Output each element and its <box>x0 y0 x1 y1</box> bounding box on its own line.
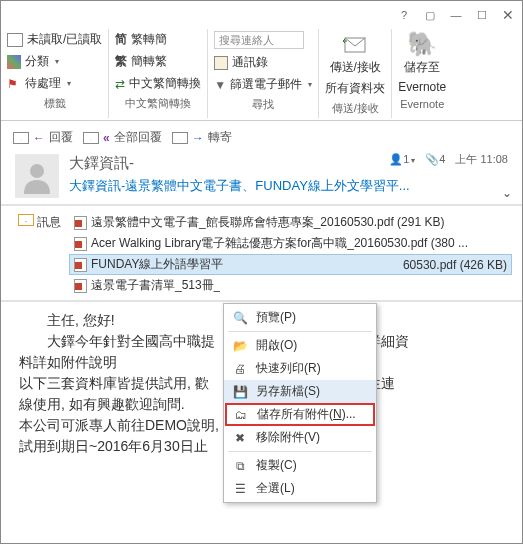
svg-point-1 <box>30 164 44 178</box>
attachment-list: 遠景繁體中文電子書_館長聯席會特惠專案_20160530.pdf (291 KB… <box>69 212 512 296</box>
followup-button[interactable]: ⚑待處理▾ <box>7 73 102 94</box>
ribbon-group-label: 標籤 <box>7 96 102 111</box>
ribbon-group-convert: 简繁轉簡 繁簡轉繁 ⇄中文繁簡轉換 中文繁簡轉換 <box>109 29 208 118</box>
convert-arrow-icon: ⇄ <box>115 77 125 91</box>
ctx-select-all[interactable]: ☰全選(L) <box>224 477 376 500</box>
message-subject: 大鐸資訊-遠景繁體中文電子書、FUNDAY線上外文學習平... <box>69 177 508 195</box>
simp-to-trad-button[interactable]: 繁簡轉繁 <box>115 51 201 72</box>
ribbon-collapse-icon[interactable]: ▢ <box>424 9 436 21</box>
open-icon: 📂 <box>232 339 248 353</box>
addressbook-icon <box>214 56 228 70</box>
convert-icon: 简 <box>115 31 127 48</box>
save-all-icon: 🗂 <box>233 408 249 422</box>
context-menu: 🔍預覽(P) 📂開啟(O) 🖨快速列印(R) 💾另存新檔(S) 🗂儲存所有附件(… <box>223 303 377 503</box>
evernote-label: Evernote <box>398 78 446 96</box>
message-meta: 👤1▾ 📎4 上午 11:08 <box>389 152 508 167</box>
categorize-button[interactable]: 分類▾ <box>7 51 102 72</box>
filter-icon: ▼ <box>214 78 226 92</box>
reply-button[interactable]: ←回覆 <box>13 129 73 146</box>
pdf-icon <box>74 216 87 230</box>
ribbon-group-tags: 未讀取/已讀取 分類▾ ⚑待處理▾ 標籤 <box>1 29 109 118</box>
search-contacts-input[interactable]: 搜尋連絡人 <box>214 31 304 49</box>
attachment-item[interactable]: 遠景電子書清單_513冊_ <box>69 275 512 296</box>
filter-email-button[interactable]: ▼篩選電子郵件▾ <box>214 74 312 95</box>
convert-icon: 繁 <box>115 53 127 70</box>
ctx-open[interactable]: 📂開啟(O) <box>224 334 376 357</box>
remove-icon: ✖ <box>232 431 248 445</box>
envelope-icon <box>83 132 99 144</box>
flag-icon: ⚑ <box>7 77 21 91</box>
ribbon-group-evernote: 🐘 儲存至 Evernote Evernote <box>392 29 452 118</box>
ribbon-group-label: 中文繁簡轉換 <box>115 96 201 111</box>
attachment-count: 📎4 <box>425 153 445 166</box>
evernote-icon[interactable]: 🐘 <box>408 31 436 57</box>
message-time: 上午 11:08 <box>455 152 508 167</box>
send-receive-icon[interactable] <box>341 31 369 57</box>
window-titlebar: ? ▢ — ☐ ✕ <box>1 1 522 29</box>
attachments-label: 訊息 <box>37 212 69 296</box>
ctx-save-as[interactable]: 💾另存新檔(S) <box>224 380 376 403</box>
ribbon-group-find: 搜尋連絡人 通訊錄 ▼篩選電子郵件▾ 尋找 <box>208 29 319 118</box>
ctx-quick-print[interactable]: 🖨快速列印(R) <box>224 357 376 380</box>
help-icon[interactable]: ? <box>398 9 410 21</box>
pdf-icon <box>74 279 87 293</box>
attachment-item-selected[interactable]: FUNDAY線上外語學習平60530.pdf (426 KB) <box>69 254 512 275</box>
envelope-icon <box>7 33 23 47</box>
attachment-item[interactable]: 遠景繁體中文電子書_館長聯席會特惠專案_20160530.pdf (291 KB… <box>69 212 512 233</box>
pdf-icon <box>74 258 87 272</box>
envelope-icon <box>172 132 188 144</box>
print-icon: 🖨 <box>232 362 248 376</box>
recipient-count: 👤1▾ <box>389 153 415 166</box>
message-header: 👤1▾ 📎4 上午 11:08 大鐸資訊- 大鐸資訊-遠景繁體中文電子書、FUN… <box>1 154 522 206</box>
ribbon-group-sendreceive: 傳送/接收 所有資料夾 傳送/接收 <box>319 29 392 118</box>
pdf-icon <box>74 237 87 251</box>
reply-all-button[interactable]: «全部回覆 <box>83 129 162 146</box>
ctx-save-all-attachments[interactable]: 🗂儲存所有附件(N)... <box>225 403 375 426</box>
mail-icon <box>15 212 37 296</box>
copy-icon: ⧉ <box>232 459 248 473</box>
envelope-icon <box>13 132 29 144</box>
save-icon: 💾 <box>232 385 248 399</box>
cn-convert-button[interactable]: ⇄中文繁簡轉換 <box>115 73 201 94</box>
all-folders-label: 所有資料夾 <box>325 78 385 99</box>
chevron-down-icon[interactable]: ⌄ <box>502 186 512 200</box>
ribbon-group-label: 尋找 <box>214 97 312 112</box>
category-icon <box>7 55 21 69</box>
ctx-remove-attachment[interactable]: ✖移除附件(V) <box>224 426 376 449</box>
select-all-icon: ☰ <box>232 482 248 496</box>
attachment-item[interactable]: Acer Walking Library電子雜誌優惠方案for高中職_20160… <box>69 233 512 254</box>
save-to-evernote-button[interactable]: 儲存至 <box>404 57 440 78</box>
close-icon[interactable]: ✕ <box>502 9 514 21</box>
message-actions: ←回覆 «全部回覆 →轉寄 <box>1 121 522 154</box>
ctx-copy[interactable]: ⧉複製(C) <box>224 454 376 477</box>
ctx-preview[interactable]: 🔍預覽(P) <box>224 306 376 329</box>
minimize-icon[interactable]: — <box>450 9 462 21</box>
attachments-block: 訊息 遠景繁體中文電子書_館長聯席會特惠專案_20160530.pdf (291… <box>1 206 522 302</box>
unread-read-button[interactable]: 未讀取/已讀取 <box>7 29 102 50</box>
ribbon-group-label: 傳送/接收 <box>332 101 379 116</box>
ribbon-group-label: Evernote <box>400 98 444 110</box>
avatar <box>15 154 59 198</box>
send-receive-button[interactable]: 傳送/接收 <box>330 57 381 78</box>
forward-button[interactable]: →轉寄 <box>172 129 232 146</box>
preview-icon: 🔍 <box>232 311 248 325</box>
address-book-button[interactable]: 通訊錄 <box>214 52 312 73</box>
maximize-icon[interactable]: ☐ <box>476 9 488 21</box>
trad-to-simp-button[interactable]: 简繁轉簡 <box>115 29 201 50</box>
ribbon: 未讀取/已讀取 分類▾ ⚑待處理▾ 標籤 简繁轉簡 繁簡轉繁 ⇄中文繁簡轉換 中… <box>1 29 522 121</box>
